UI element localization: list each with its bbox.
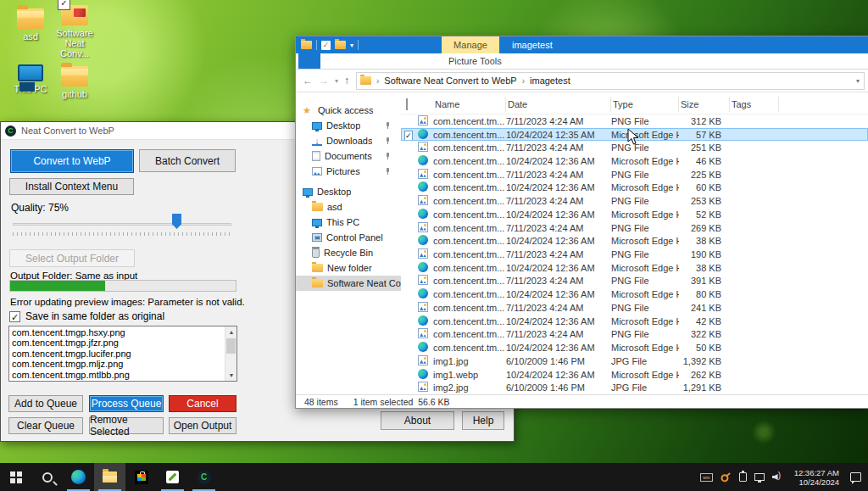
desktop-icon-software-neat-conv-[interactable]: Software Neat Conv... [51, 5, 98, 59]
table-row[interactable]: com.tencent.tm...7/11/2023 4:24 AMPNG Fi… [401, 114, 868, 128]
column-header-name[interactable]: Name [433, 97, 506, 112]
queue-item[interactable]: com.tencent.tmgp.mtlbb.png [12, 370, 234, 380]
table-row[interactable]: img2.jpg6/10/2009 1:46 PMJPG File1,291 K… [401, 381, 868, 394]
desktop-icon-github[interactable]: github [51, 66, 98, 99]
save-same-folder-checkbox[interactable]: ✓ [9, 311, 20, 322]
batch-convert-button[interactable]: Batch Convert [139, 149, 236, 172]
manage-ribbon-tab[interactable]: Manage [442, 36, 499, 53]
sidebar-item-new-folder[interactable]: New folder [296, 260, 401, 276]
taskbar-search-button[interactable] [31, 463, 63, 491]
table-row[interactable]: com.tencent.tm...7/11/2023 4:24 AMPNG Fi… [401, 328, 868, 342]
row-checkbox-cell[interactable]: ✓ [401, 130, 418, 140]
up-icon[interactable]: ↑ [344, 75, 349, 86]
help-button[interactable]: Help [462, 411, 504, 430]
convert-to-webp-button[interactable]: Convert to WebP [10, 149, 134, 173]
table-row[interactable]: com.tencent.tm...7/11/2023 4:24 AMPNG Fi… [401, 194, 868, 208]
table-row[interactable]: com.tencent.tm...10/24/2024 12:36 AMMicr… [401, 341, 868, 354]
volume-tray-icon[interactable] [772, 472, 783, 482]
properties-icon[interactable]: ✓ [321, 41, 331, 50]
table-row[interactable]: com.tencent.tm...7/11/2023 4:24 AMPNG Fi… [401, 301, 868, 315]
qat-chevron-down-icon[interactable]: ▾ [350, 42, 353, 49]
sidebar-item-quick-access[interactable]: ★Quick access [296, 103, 401, 118]
column-header-type[interactable]: Type [611, 97, 679, 112]
taskbar-clock[interactable]: 12:36:27 AM 10/24/2024 [791, 468, 843, 487]
table-row[interactable]: img1.webp10/24/2024 12:36 AMMicrosoft Ed… [401, 368, 868, 382]
queue-scrollbar[interactable]: ▲ ▼ [225, 326, 236, 381]
sidebar-item-desktop[interactable]: Desktop [296, 118, 401, 133]
explorer-titlebar[interactable]: ✓ ▾ Manage imagetest [296, 36, 868, 53]
queue-item[interactable]: com.tencent.tmgp.jfzr.png [12, 338, 234, 348]
scroll-down-arrow[interactable]: ▼ [225, 370, 237, 381]
table-row[interactable]: com.tencent.tm...10/24/2024 12:36 AMMicr… [401, 154, 868, 168]
about-button[interactable]: About [381, 411, 454, 430]
column-header-tags[interactable]: Tags [730, 97, 779, 112]
table-row[interactable]: com.tencent.tm...10/24/2024 12:36 AMMicr… [401, 234, 868, 248]
table-row[interactable]: com.tencent.tm...10/24/2024 12:36 AMMicr… [401, 208, 868, 221]
table-row[interactable]: com.tencent.tm...7/11/2023 4:24 AMPNG Fi… [401, 168, 868, 181]
table-row[interactable]: com.tencent.tm...7/11/2023 4:24 AMPNG Fi… [401, 221, 868, 235]
address-bar[interactable]: › Software Neat Convert to WebP › imaget… [356, 72, 865, 90]
table-row[interactable]: com.tencent.tm...10/24/2024 12:36 AMMicr… [401, 287, 868, 301]
usb-tray-icon[interactable] [739, 472, 747, 482]
sidebar-item-pictures[interactable]: Pictures [296, 164, 401, 179]
select-all-checkbox[interactable] [406, 98, 408, 110]
queue-item[interactable]: com.tencent.tmgp.mljz.png [12, 359, 234, 369]
open-output-button[interactable]: Open Output [169, 417, 236, 434]
clear-queue-button[interactable]: Clear Queue [8, 417, 83, 434]
tab-picture-tools[interactable]: Picture Tools [442, 53, 509, 70]
desktop-icon-this-pc[interactable]: This PC [7, 64, 54, 94]
sidebar-item-this-pc[interactable]: This PC [296, 215, 401, 230]
table-row[interactable]: com.tencent.tm...10/24/2024 12:36 AMMicr… [401, 181, 868, 195]
network-tray-icon[interactable] [754, 473, 765, 481]
sidebar-item-control-panel[interactable]: Control Panel [296, 230, 401, 245]
vm-tray-icon[interactable]: vm [700, 473, 713, 482]
column-header-date[interactable]: Date [506, 97, 611, 112]
process-queue-button[interactable]: Process Queue [89, 395, 164, 412]
tab-file[interactable] [298, 53, 320, 69]
queue-item[interactable]: com.tencent.tmgp.hsxy.png [12, 327, 234, 338]
breadcrumb-current[interactable]: imagetest [530, 75, 570, 86]
taskbar-photos-button[interactable] [157, 463, 188, 491]
forward-icon[interactable]: → [319, 75, 329, 86]
taskbar-start-button[interactable] [0, 463, 31, 491]
new-folder-icon[interactable] [335, 41, 346, 49]
sidebar-item-documents[interactable]: Documents [296, 148, 401, 164]
tab-home[interactable] [320, 53, 342, 69]
table-row[interactable]: img1.jpg6/10/2009 1:46 PMJPG File1,392 K… [401, 354, 868, 368]
sidebar-item-asd[interactable]: asd [296, 199, 401, 215]
taskbar-explorer-button[interactable] [94, 463, 125, 491]
table-row[interactable]: com.tencent.tm...10/24/2024 12:36 AMMicr… [401, 315, 868, 328]
table-row[interactable]: com.tencent.tm...7/11/2023 4:24 AMPNG Fi… [401, 275, 868, 288]
sidebar-item-downloads[interactable]: ↓Downloads [296, 133, 401, 148]
back-icon[interactable]: ← [303, 75, 313, 86]
address-chevron-down-icon[interactable]: ▾ [856, 77, 860, 85]
queue-listbox[interactable]: com.tencent.tmgp.hsxy.pngcom.tencent.tmg… [8, 326, 237, 382]
taskbar-edge-button[interactable] [63, 463, 94, 491]
sidebar-item-desktop[interactable]: Desktop [296, 184, 401, 199]
install-context-menu-button[interactable]: Install Context Menu [9, 178, 134, 195]
breadcrumb-parent[interactable]: Software Neat Convert to WebP [384, 75, 516, 86]
tab-view[interactable] [364, 53, 387, 69]
select-output-folder-button[interactable]: Select Output Folder [9, 249, 135, 267]
save-same-folder-row[interactable]: ✓ Save in same folder as original [9, 310, 164, 322]
table-row[interactable]: com.tencent.tm...7/11/2023 4:24 AMPNG Fi… [401, 248, 868, 261]
select-all-cell[interactable] [401, 97, 418, 112]
cancel-button[interactable]: Cancel [169, 395, 236, 412]
queue-item[interactable]: com.tencent.tmgp.lucifer.png [12, 349, 234, 359]
quality-slider-track[interactable] [13, 223, 231, 226]
quality-slider-thumb[interactable] [172, 214, 181, 229]
column-header-size[interactable]: Size [679, 97, 730, 112]
add-to-queue-button[interactable]: Add to Queue [8, 395, 83, 412]
key-tray-icon[interactable] [718, 469, 733, 484]
scroll-thumb[interactable] [226, 338, 236, 354]
taskbar-store-button[interactable] [125, 463, 157, 491]
desktop-icon-asd[interactable]: asd [7, 8, 54, 42]
remove-selected-button[interactable]: Remove Selected [89, 417, 164, 434]
tab-share[interactable] [342, 53, 364, 69]
action-center-icon[interactable] [850, 472, 861, 482]
history-chevron-icon[interactable]: ▾ [335, 77, 338, 85]
sidebar-item-software-neat-conv[interactable]: Software Neat Conv [296, 276, 401, 291]
scroll-up-arrow[interactable]: ▲ [225, 326, 237, 338]
table-row[interactable]: com.tencent.tm...10/24/2024 12:36 AMMicr… [401, 261, 868, 275]
row-checkbox[interactable]: ✓ [404, 131, 413, 141]
